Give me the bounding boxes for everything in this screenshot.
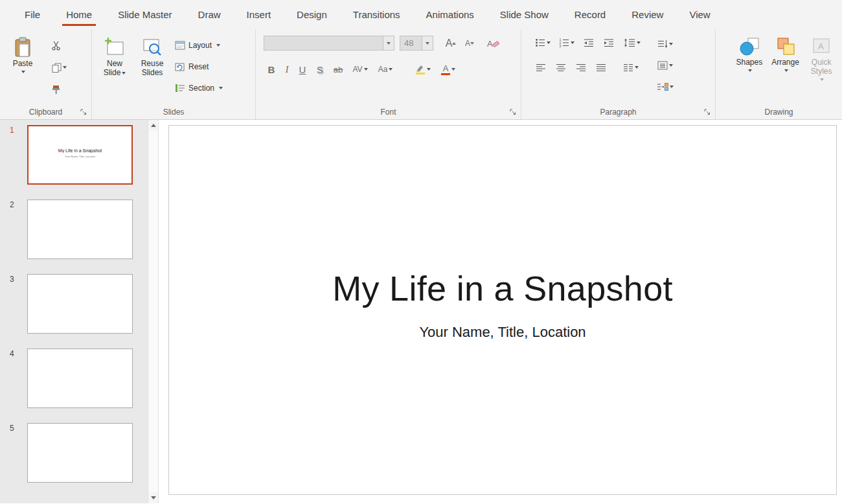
- clear-formatting-icon: A: [486, 38, 499, 49]
- paragraph-group-label: Paragraph: [521, 108, 715, 117]
- text-direction-button[interactable]: [654, 37, 677, 51]
- italic-button[interactable]: I: [281, 62, 293, 76]
- bullets-button[interactable]: [533, 36, 552, 50]
- copy-button[interactable]: [48, 60, 70, 74]
- decrease-indent-button[interactable]: [581, 36, 597, 50]
- cut-button[interactable]: [48, 38, 63, 52]
- tab-design[interactable]: Design: [284, 0, 340, 29]
- scroll-up-icon: [151, 124, 156, 127]
- slide-1-thumb-title: My Life in a Snapshot: [28, 148, 131, 153]
- change-case-button[interactable]: Aa: [374, 62, 397, 76]
- reset-button[interactable]: Reset: [175, 60, 223, 74]
- underline-button[interactable]: U: [295, 62, 310, 76]
- paste-label: Paste: [6, 60, 39, 69]
- cut-icon: [51, 41, 61, 51]
- scroll-down-icon: [151, 496, 156, 499]
- convert-to-smartart-button[interactable]: [654, 80, 677, 94]
- increase-indent-icon: [604, 38, 614, 47]
- scroll-down-button[interactable]: [148, 492, 158, 503]
- svg-text:3: 3: [560, 44, 562, 47]
- tab-slide-master[interactable]: Slide Master: [105, 0, 185, 29]
- arrange-chevron: [784, 69, 788, 72]
- font-group: 48 A A A B I U: [256, 29, 521, 119]
- align-right-button[interactable]: [573, 60, 589, 74]
- decrease-font-size-button[interactable]: A: [461, 36, 479, 51]
- slide-5-thumbnail[interactable]: [27, 423, 133, 483]
- decrease-indent-icon: [584, 38, 594, 47]
- increase-indent-button[interactable]: [601, 36, 617, 50]
- layout-label: Layout: [188, 41, 212, 50]
- font-dialog-launcher[interactable]: [509, 108, 517, 116]
- align-text-button[interactable]: [654, 58, 677, 73]
- justify-button[interactable]: [593, 60, 609, 74]
- layout-dropdown-chevron: [216, 44, 220, 47]
- increase-font-size-button[interactable]: A: [441, 36, 461, 51]
- font-name-combobox[interactable]: [264, 36, 394, 51]
- tab-file[interactable]: File: [12, 0, 53, 29]
- slide-4-thumbnail[interactable]: [27, 349, 133, 408]
- tab-transitions[interactable]: Transitions: [340, 0, 413, 29]
- clear-formatting-button[interactable]: A: [484, 36, 502, 51]
- slide-1-thumb-subtitle: Your Name, Title, Location: [28, 155, 131, 158]
- text-shadow-button[interactable]: S: [312, 62, 328, 76]
- font-color-button[interactable]: A: [437, 62, 460, 76]
- align-text-chevron: [669, 64, 673, 67]
- font-size-dropdown[interactable]: [422, 36, 433, 50]
- tab-home[interactable]: Home: [53, 0, 105, 29]
- clipboard-dialog-launcher[interactable]: [80, 108, 87, 116]
- shapes-button[interactable]: Shapes: [731, 36, 768, 105]
- new-slide-icon: [104, 37, 125, 58]
- slide-1-thumbnail[interactable]: My Life in a Snapshot Your Name, Title, …: [27, 125, 133, 185]
- slide-title-textbox[interactable]: My Life in a Snapshot: [169, 268, 836, 308]
- format-painter-button[interactable]: [48, 82, 63, 97]
- strikethrough-button[interactable]: ab: [330, 62, 347, 76]
- paragraph-dialog-launcher[interactable]: [703, 108, 711, 116]
- align-right-icon: [576, 63, 586, 72]
- line-spacing-chevron: [637, 41, 641, 44]
- scrollbar-track[interactable]: [148, 131, 158, 492]
- bold-button[interactable]: B: [264, 62, 279, 76]
- reuse-slides-label: Reuse Slides: [136, 60, 168, 78]
- thumbnail-row-2: 2: [0, 200, 148, 259]
- thumbnail-scrollbar[interactable]: [148, 120, 159, 503]
- paste-button[interactable]: Paste: [4, 36, 41, 105]
- numbering-button[interactable]: 123: [557, 36, 576, 50]
- font-color-chevron: [451, 68, 455, 71]
- font-color-icon: A: [441, 64, 450, 75]
- reuse-slides-icon: [142, 37, 163, 58]
- slide-subtitle-textbox[interactable]: Your Name, Title, Location: [169, 324, 836, 341]
- align-left-button[interactable]: [533, 60, 549, 74]
- tab-animations[interactable]: Animations: [413, 0, 487, 29]
- section-button[interactable]: Section: [175, 81, 223, 95]
- tab-view[interactable]: View: [676, 0, 723, 29]
- arrange-button[interactable]: Arrange: [768, 36, 804, 105]
- text-highlight-color-button[interactable]: [411, 62, 435, 76]
- tab-insert[interactable]: Insert: [234, 0, 284, 29]
- tab-review[interactable]: Review: [619, 0, 676, 29]
- thumbnail-row-5: 5: [0, 423, 148, 483]
- tab-record[interactable]: Record: [562, 0, 619, 29]
- quick-styles-button[interactable]: A Quick Styles: [803, 36, 839, 105]
- tab-slide-show[interactable]: Slide Show: [487, 0, 562, 29]
- quick-styles-icon: A: [810, 37, 832, 56]
- scroll-up-button[interactable]: [148, 120, 158, 131]
- slide-3-thumbnail[interactable]: [27, 274, 133, 334]
- thumbnail-row-3: 3: [0, 274, 148, 334]
- new-slide-button[interactable]: New Slide: [96, 36, 133, 105]
- copy-icon: [52, 63, 62, 73]
- align-center-button[interactable]: [553, 60, 569, 74]
- new-slide-dropdown-chevron: [122, 72, 126, 74]
- tab-draw[interactable]: Draw: [185, 0, 234, 29]
- character-spacing-button[interactable]: AV: [348, 62, 372, 76]
- slide-thumbnail-panel: 1 My Life in a Snapshot Your Name, Title…: [0, 120, 148, 503]
- slide-2-thumbnail[interactable]: [27, 200, 133, 259]
- line-spacing-button[interactable]: [621, 36, 643, 50]
- thumbnail-row-1: 1 My Life in a Snapshot Your Name, Title…: [0, 125, 148, 185]
- font-size-combobox[interactable]: 48: [400, 36, 433, 51]
- arrange-icon: [775, 37, 797, 56]
- reuse-slides-button[interactable]: Reuse Slides: [133, 36, 171, 105]
- font-name-dropdown[interactable]: [383, 36, 394, 50]
- slide-canvas[interactable]: My Life in a Snapshot Your Name, Title, …: [168, 125, 837, 495]
- columns-button[interactable]: [620, 60, 642, 74]
- layout-button[interactable]: Layout: [175, 38, 223, 52]
